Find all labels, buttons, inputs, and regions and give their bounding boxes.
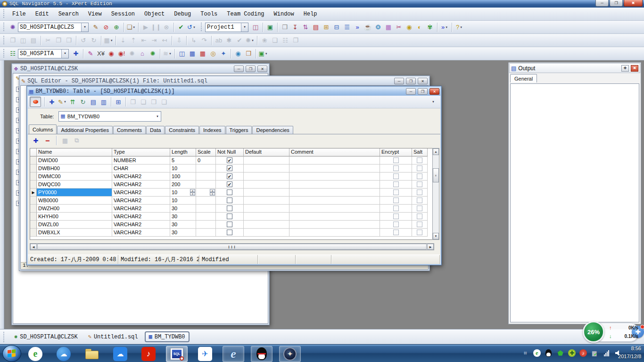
taskbar-item-compass-app[interactable]: ✦ xyxy=(279,346,301,362)
cell-encrypt[interactable] xyxy=(380,197,412,205)
data-grid-icon[interactable]: ▦ xyxy=(187,49,198,59)
cell-type[interactable]: VARCHAR2 xyxy=(112,205,170,213)
taskbar-item-file-explorer[interactable] xyxy=(81,346,103,362)
cell-type[interactable]: CHAR xyxy=(112,165,170,173)
minimize-button[interactable]: ─ xyxy=(595,0,609,7)
data-grid-red-icon[interactable]: ▦ xyxy=(198,49,208,59)
app-titlebar[interactable]: ✦ SQL Navigator 5.5 - XPert Edition xyxy=(0,0,644,8)
spinner-down-icon[interactable]: ▼ xyxy=(190,192,195,196)
salt-checkbox[interactable] xyxy=(417,222,422,227)
column-header-length[interactable]: Length xyxy=(170,148,196,156)
cell-not-null[interactable] xyxy=(216,205,244,213)
edit-object-icon[interactable]: ✎ xyxy=(85,49,96,59)
column-header-default[interactable]: Default xyxy=(244,148,289,156)
cell-length[interactable]: 30 xyxy=(170,221,196,229)
network-signal-icon[interactable] xyxy=(603,349,611,357)
datagrid-dropdown-icon-dropdown-arrow[interactable]: ▼ xyxy=(110,39,113,42)
not-null-checkbox[interactable] xyxy=(227,206,232,211)
encrypt-checkbox[interactable] xyxy=(393,157,399,163)
not-null-checkbox[interactable] xyxy=(227,214,232,219)
row-marker-cell[interactable] xyxy=(30,205,37,213)
taskbar-item-qq[interactable] xyxy=(251,346,272,362)
cell-comment[interactable] xyxy=(289,197,380,205)
cell-salt[interactable] xyxy=(412,229,428,237)
cell-not-null[interactable] xyxy=(216,213,244,221)
rollback-icon-dropdown-arrow[interactable]: ▼ xyxy=(193,26,196,29)
cell-default[interactable] xyxy=(244,173,289,181)
cell-encrypt[interactable] xyxy=(380,173,412,181)
session-restore-button[interactable]: ❐ xyxy=(246,66,256,72)
stop-alert-icon[interactable]: ◉! xyxy=(116,49,127,59)
generate-ddl-icon[interactable]: ⌂ xyxy=(137,49,148,59)
cell-encrypt[interactable] xyxy=(380,221,412,229)
column-header-salt[interactable]: Salt xyxy=(412,148,428,156)
toolbar-more-dropdown[interactable]: ▼ xyxy=(428,97,438,107)
project-combo[interactable]: Project1 ▼ xyxy=(205,23,248,32)
taskbar-item-netdisk[interactable]: ☁ xyxy=(109,346,131,362)
cell-length[interactable]: 10 xyxy=(170,165,196,173)
cell-type[interactable]: VARCHAR2 xyxy=(112,181,170,189)
cell-not-null[interactable] xyxy=(216,189,244,197)
wand-icon[interactable]: ✦ xyxy=(218,49,229,59)
refresh-table-icon[interactable]: ↻ xyxy=(78,97,88,107)
tab-triggers[interactable]: Triggers xyxy=(226,126,252,134)
rollback-icon[interactable]: ↺▼ xyxy=(186,22,197,33)
web-update-icon[interactable]: ⊕ xyxy=(111,22,122,33)
not-null-checkbox[interactable]: ✔ xyxy=(227,173,232,179)
antivirus-tray-icon[interactable]: ✚ xyxy=(568,349,576,357)
task-scheduler-icon[interactable]: ↧ xyxy=(290,22,300,33)
editor-window-titlebar[interactable]: ✎ SQL Editor - SD_HOSPITAL@CLZSK(1) File… xyxy=(20,77,429,85)
web-publisher-icon[interactable]: ❂ xyxy=(373,22,383,33)
cell-default[interactable] xyxy=(244,156,289,165)
help-icon[interactable]: ?▼ xyxy=(454,22,464,33)
cell-type[interactable]: NUMBER xyxy=(112,156,170,165)
properties-window-icon[interactable]: ❒ xyxy=(243,49,254,59)
mdi-tab-bar-grip[interactable] xyxy=(3,332,5,342)
analyze-icon[interactable]: ◐ xyxy=(414,22,425,33)
tab-general[interactable]: General xyxy=(510,74,537,82)
table-close-button[interactable]: ✕ xyxy=(429,88,439,95)
cell-default[interactable] xyxy=(244,181,289,189)
tab-additional-properties[interactable]: Additional Properties xyxy=(57,126,113,134)
cell-comment[interactable] xyxy=(289,213,380,221)
cell-comment[interactable] xyxy=(289,205,380,213)
cell-scale[interactable] xyxy=(196,197,216,205)
menu-search[interactable]: Search xyxy=(54,9,83,19)
cell-length[interactable]: 10 xyxy=(170,197,196,205)
new-session-icon[interactable]: ✎ xyxy=(91,22,101,33)
spinner-up-icon[interactable]: ▲ xyxy=(210,189,215,192)
shield-tray-icon[interactable]: ⬟ xyxy=(556,349,564,357)
connection-combo[interactable]: SD_HOSPITAL@CLZS ▼ xyxy=(18,23,89,32)
cell-name[interactable]: PY0000 xyxy=(37,189,112,197)
column-header-type[interactable]: Type xyxy=(112,148,170,156)
close-button[interactable]: ✖ xyxy=(624,0,643,7)
value-spinner[interactable]: ▲▼ xyxy=(190,189,195,196)
cell-encrypt[interactable] xyxy=(380,165,412,173)
cell-name[interactable]: DWZL00 xyxy=(37,221,112,229)
usb-tray-icon[interactable]: ▆✔ xyxy=(591,349,599,357)
salt-checkbox[interactable] xyxy=(417,165,422,171)
cell-scale[interactable] xyxy=(196,165,216,173)
cell-encrypt[interactable] xyxy=(380,189,412,197)
mdi-tab-bm-tydwb0[interactable]: ▦BM_TYDWB0 xyxy=(145,331,190,342)
encrypt-checkbox[interactable] xyxy=(393,173,399,179)
compare-objects-icon[interactable]: ⊞ xyxy=(321,22,331,33)
menu-window[interactable]: Window xyxy=(269,9,299,19)
browser-tray-icon[interactable]: e xyxy=(533,349,541,357)
salt-checkbox[interactable] xyxy=(417,197,422,203)
row-marker-cell[interactable] xyxy=(30,197,37,205)
column-header-name[interactable]: Name xyxy=(37,148,112,156)
salt-checkbox[interactable] xyxy=(417,206,422,211)
cell-type[interactable]: VARCHAR2 xyxy=(112,197,170,205)
cell-length[interactable]: 30 xyxy=(170,229,196,237)
cell-salt[interactable] xyxy=(412,173,428,181)
music-tray-icon[interactable]: ♪ xyxy=(579,349,587,357)
taskbar-item-sql-navigator-taskbar[interactable]: SQL xyxy=(166,346,188,362)
apply-changes-icon[interactable]: ⇈ xyxy=(67,97,78,107)
export-image-icon[interactable]: ▣▼ xyxy=(258,49,268,59)
menu-help[interactable]: Help xyxy=(299,9,322,19)
more-buttons-icon-dropdown-arrow[interactable]: ▼ xyxy=(445,26,448,29)
table-describe-icon[interactable]: ◫ xyxy=(177,49,187,59)
cell-name[interactable]: KHYH00 xyxy=(37,213,112,221)
menu-file[interactable]: File xyxy=(8,9,31,19)
